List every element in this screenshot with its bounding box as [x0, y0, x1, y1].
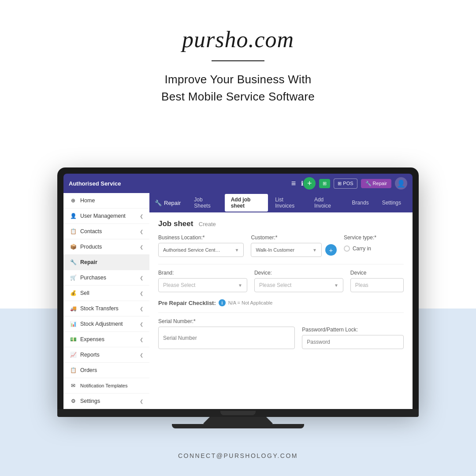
- radio-circle-carry-in: [344, 245, 350, 252]
- sidebar-item-contacts[interactable]: 📋 Contacts ❮: [63, 224, 149, 239]
- sidebar-item-home[interactable]: ⊕ Home: [63, 193, 149, 208]
- settings-icon: ⚙: [70, 398, 77, 405]
- device-group: Device: Please Select ▼: [254, 270, 343, 292]
- checklist-info-icon[interactable]: i: [219, 299, 226, 306]
- expenses-icon: 💵: [70, 336, 77, 343]
- sidebar-item-stock-adjustment[interactable]: 📊 Stock Adjustment ❮: [63, 316, 149, 332]
- divider-2: [158, 312, 404, 313]
- home-icon: ⊕: [70, 197, 77, 204]
- sidebar-item-notification-templates[interactable]: ✉ Notification Templates: [63, 378, 149, 394]
- sidebar-item-repair[interactable]: 🔧 Repair: [63, 255, 149, 270]
- form-row-3: Serial Number:* Password/Pattern Lock:: [158, 318, 404, 349]
- sidebar-item-purchases[interactable]: 🛒 Purchases ❮: [63, 270, 149, 286]
- contacts-icon: 📋: [70, 228, 77, 235]
- tab-settings[interactable]: Settings: [376, 197, 407, 208]
- checklist-label: Pre Repair Checklist: i N/A = Not Applic…: [158, 299, 404, 306]
- service-type-label: Service type:*: [344, 234, 404, 241]
- user-avatar[interactable]: 👤: [395, 177, 407, 190]
- carry-in-radio[interactable]: Carry in: [344, 245, 404, 252]
- reports-icon: 📈: [70, 351, 77, 358]
- sidebar-label-stock-transfers: Stock Transfers: [80, 305, 119, 312]
- sidebar-menu: ⊕ Home 👤 User Management ❮ 📋 Contacts: [63, 193, 149, 409]
- pos-button[interactable]: ⊞ POS: [334, 178, 357, 189]
- arrow-icon-10: ❮: [140, 399, 143, 404]
- content-area: Job sheet Create Business Location:*: [149, 212, 413, 409]
- sidebar-label-orders: Orders: [80, 367, 97, 373]
- tab-brands[interactable]: Brands: [346, 197, 375, 208]
- add-customer-button[interactable]: +: [325, 244, 337, 256]
- tab-add-job-sheet[interactable]: Add job sheet: [225, 194, 268, 212]
- sidebar-item-stock-transfers[interactable]: 🚚 Stock Transfers ❮: [63, 301, 149, 316]
- sidebar-header-title: Authorised Service: [69, 180, 291, 187]
- arrow-icon-9: ❮: [140, 353, 143, 357]
- laptop-shell: Authorised Service ≡ ℹ + ⊞ ⊞ POS 🔧 Repai…: [57, 167, 419, 409]
- laptop-base: [57, 409, 419, 417]
- stock-adjustment-icon: 📊: [70, 320, 77, 327]
- brand-label: Brand:: [158, 270, 247, 276]
- repair-title: 🔧 Repair: [155, 200, 181, 206]
- products-icon: 📦: [70, 243, 77, 250]
- notification-icon: ✉: [70, 382, 77, 389]
- arrow-icon-5: ❮: [140, 291, 143, 296]
- divider-1: [158, 264, 404, 264]
- laptop-foot: [172, 424, 304, 428]
- sidebar-label-purchases: Purchases: [80, 275, 106, 281]
- business-location-select[interactable]: Authorised Service Center ( ▼: [158, 243, 244, 257]
- top-section: pursho.com Improve Your Business With Be…: [0, 0, 476, 119]
- sidebar-label-repair: Repair: [80, 259, 97, 265]
- laptop-stand: [203, 417, 273, 424]
- sell-icon: 💰: [70, 290, 77, 297]
- sidebar-item-user-management[interactable]: 👤 User Management ❮: [63, 208, 149, 224]
- user-management-icon: 👤: [70, 212, 77, 219]
- logo: pursho.com: [182, 26, 294, 52]
- tagline-line1: Improve Your Business With: [161, 71, 315, 88]
- arrow-icon-2: ❮: [140, 229, 143, 234]
- tab-add-invoice[interactable]: Add Invoice: [308, 194, 345, 212]
- device-select[interactable]: Please Select ▼: [254, 278, 343, 292]
- sidebar-label-reports: Reports: [80, 352, 100, 358]
- device-model-select[interactable]: Pleas: [350, 278, 404, 292]
- tagline-line2: Best Mobile Service Software: [161, 88, 315, 105]
- device-label: Device:: [254, 270, 343, 276]
- tab-list-invoices[interactable]: List Invoices: [269, 194, 307, 212]
- stock-transfers-icon: 🚚: [70, 305, 77, 312]
- tab-job-sheets[interactable]: Job Sheets: [188, 194, 223, 212]
- sidebar-label-notifications: Notification Templates: [80, 383, 127, 388]
- sidebar-item-orders[interactable]: 📋 Orders: [63, 363, 149, 378]
- menu-icon[interactable]: ≡: [291, 179, 296, 188]
- sidebar-label-user-management: User Management: [80, 213, 126, 219]
- sidebar: ⊕ Home 👤 User Management ❮ 📋 Contacts: [63, 193, 149, 409]
- business-location-label: Business Location:*: [158, 234, 244, 241]
- arrow-icon-3: ❮: [140, 245, 143, 249]
- add-button[interactable]: +: [303, 177, 316, 190]
- business-location-group: Business Location:* Authorised Service C…: [158, 234, 244, 257]
- customer-label: Customer:*: [251, 234, 336, 241]
- password-input[interactable]: [302, 335, 404, 349]
- repair-icon: 🔧: [70, 259, 77, 266]
- device-model-label: Device: [350, 270, 404, 276]
- sidebar-item-reports[interactable]: 📈 Reports ❮: [63, 347, 149, 363]
- arrow-icon-6: ❮: [140, 306, 143, 311]
- customer-select[interactable]: Walk-In Customer ▼: [251, 243, 321, 257]
- dropdown-arrow-brand: ▼: [238, 283, 242, 288]
- device-model-group: Device Pleas: [350, 270, 404, 292]
- form-row-2: Brand: Please Select ▼ Device:: [158, 270, 404, 292]
- calculator-button[interactable]: ⊞: [319, 179, 330, 188]
- tagline: Improve Your Business With Best Mobile S…: [161, 71, 315, 105]
- serial-number-input[interactable]: [158, 327, 295, 349]
- contact-email: CONNECT@PURSHOLOGY.COM: [0, 452, 476, 459]
- purchases-icon: 🛒: [70, 274, 77, 281]
- repair-button[interactable]: 🔧 Repair: [361, 179, 391, 188]
- sidebar-item-products[interactable]: 📦 Products ❮: [63, 239, 149, 255]
- sidebar-item-sell[interactable]: 💰 Sell ❮: [63, 286, 149, 301]
- sidebar-label-products: Products: [80, 244, 102, 250]
- arrow-icon: ❮: [140, 214, 143, 219]
- sub-header: 🔧 Repair Job Sheets Add job sheet List I…: [149, 193, 413, 212]
- main-content: 🔧 Repair Job Sheets Add job sheet List I…: [149, 193, 413, 409]
- service-type-group: Service type:* Carry in: [344, 234, 404, 252]
- sidebar-item-settings[interactable]: ⚙ Settings ❮: [63, 394, 149, 409]
- sidebar-item-expenses[interactable]: 💵 Expenses ❮: [63, 332, 149, 347]
- brand-select[interactable]: Please Select ▼: [158, 278, 247, 292]
- arrow-icon-4: ❮: [140, 275, 143, 280]
- sidebar-label-home: Home: [80, 197, 95, 204]
